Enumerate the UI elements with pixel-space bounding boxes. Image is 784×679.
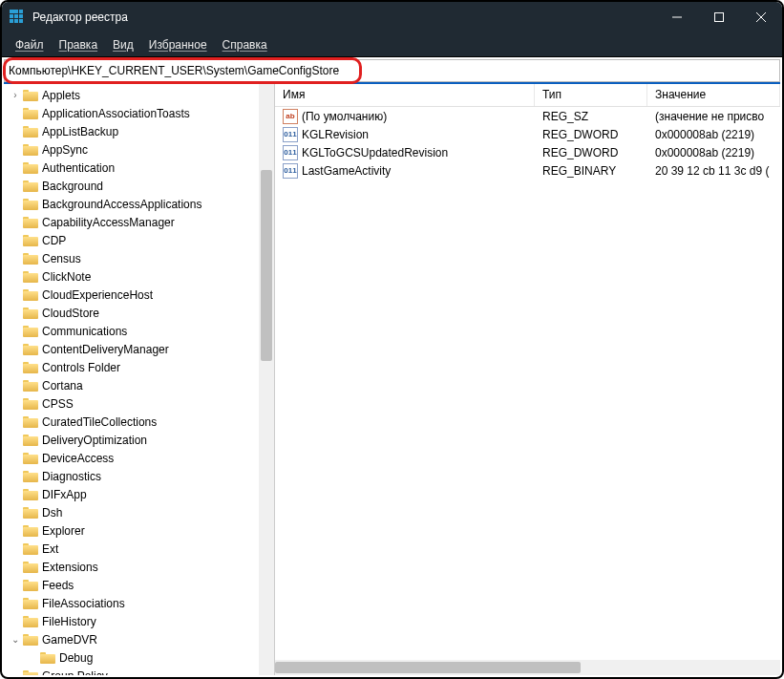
- svg-rect-1: [715, 13, 724, 22]
- menu-file[interactable]: Файл: [8, 34, 52, 55]
- tree-item-label: CloudExperienceHost: [42, 288, 153, 302]
- tree-item[interactable]: Background: [4, 177, 274, 195]
- tree-item[interactable]: Debug: [4, 648, 274, 667]
- folder-icon: [23, 488, 38, 500]
- tree-item-label: CapabilityAccessManager: [42, 216, 175, 229]
- tree-item[interactable]: Diagnostics: [4, 467, 274, 485]
- tree-item-label: DeviceAccess: [42, 452, 114, 465]
- chevron-icon[interactable]: ›: [10, 90, 21, 100]
- tree-item[interactable]: CuratedTileCollections: [4, 413, 274, 431]
- list-row[interactable]: 011LastGameActivityREG_BINARY20 39 12 cb…: [275, 161, 780, 180]
- list-row[interactable]: ab(По умолчанию)REG_SZ(значение не присв…: [275, 107, 780, 125]
- folder-icon: [23, 161, 38, 174]
- tree-item-label: Communications: [42, 325, 127, 338]
- tree-item[interactable]: Feeds: [4, 576, 274, 594]
- tree-item[interactable]: AppListBackup: [4, 122, 274, 140]
- folder-icon: [23, 107, 38, 119]
- tree-item[interactable]: ContentDeliveryManager: [4, 340, 274, 358]
- tree-item-label: Applets: [42, 89, 80, 102]
- menu-favorites[interactable]: Избранное: [141, 34, 215, 55]
- tree-item[interactable]: Authentication: [4, 159, 274, 177]
- menu-view[interactable]: Вид: [105, 34, 141, 55]
- minimize-button[interactable]: [656, 2, 698, 32]
- address-path: Компьютер\HKEY_CURRENT_USER\System\GameC…: [9, 64, 339, 77]
- maximize-button[interactable]: [698, 2, 740, 32]
- tree-item-label: Feeds: [42, 579, 74, 592]
- close-button[interactable]: [740, 2, 782, 32]
- tree-item[interactable]: Census: [4, 249, 274, 267]
- folder-icon: [23, 252, 38, 265]
- tree-item-label: ClickNote: [42, 270, 91, 284]
- folder-icon: [23, 307, 38, 319]
- tree-item-label: Authentication: [42, 161, 115, 175]
- menu-help[interactable]: Справка: [215, 34, 275, 55]
- value-data: 0x000008ab (2219): [647, 128, 780, 141]
- value-data: (значение не присво: [647, 110, 780, 123]
- list-headers: Имя Тип Значение: [275, 84, 780, 107]
- tree-item[interactable]: ClickNote: [4, 267, 274, 286]
- tree-item-label: FileAssociations: [42, 597, 125, 610]
- tree-item-label: BackgroundAccessApplications: [42, 198, 201, 211]
- tree-item[interactable]: FileAssociations: [4, 594, 274, 612]
- tree-item-label: DIFxApp: [42, 488, 87, 501]
- folder-icon: [23, 506, 38, 519]
- list-h-scrollbar[interactable]: [275, 660, 780, 675]
- menu-bar: Файл Правка Вид Избранное Справка: [2, 32, 782, 57]
- tree-item[interactable]: Explorer: [4, 521, 274, 540]
- folder-icon: [23, 180, 38, 192]
- scrollbar-thumb[interactable]: [275, 662, 581, 673]
- folder-icon: [23, 452, 38, 464]
- binary-value-icon: 011: [283, 127, 298, 142]
- tree-item[interactable]: Extensions: [4, 558, 274, 576]
- value-type: REG_DWORD: [535, 128, 647, 141]
- list-rows: ab(По умолчанию)REG_SZ(значение не присв…: [275, 107, 780, 660]
- tree-item[interactable]: Dsh: [4, 503, 274, 521]
- header-type[interactable]: Тип: [535, 84, 647, 106]
- address-bar[interactable]: Компьютер\HKEY_CURRENT_USER\System\GameC…: [4, 59, 780, 82]
- tree-item[interactable]: CDP: [4, 231, 274, 249]
- folder-icon: [23, 597, 38, 609]
- list-row[interactable]: 011KGLToGCSUpdatedRevisionREG_DWORD0x000…: [275, 143, 780, 161]
- chevron-icon[interactable]: ⌄: [10, 634, 21, 645]
- tree-panel: ›AppletsApplicationAssociationToastsAppL…: [4, 84, 275, 675]
- tree-item[interactable]: BackgroundAccessApplications: [4, 195, 274, 213]
- value-type: REG_SZ: [535, 110, 647, 123]
- list-row[interactable]: 011KGLRevisionREG_DWORD0x000008ab (2219): [275, 125, 780, 143]
- tree-item-label: AppSync: [42, 143, 88, 157]
- header-value[interactable]: Значение: [647, 84, 780, 106]
- header-name[interactable]: Имя: [275, 84, 535, 106]
- tree-item[interactable]: DIFxApp: [4, 485, 274, 503]
- tree-item[interactable]: ›Applets: [4, 86, 274, 104]
- tree-scrollbar[interactable]: [259, 84, 274, 675]
- tree-item[interactable]: DeliveryOptimization: [4, 431, 274, 449]
- tree-item-label: Explorer: [42, 524, 85, 538]
- folder-icon: [23, 615, 38, 627]
- tree-item-label: Background: [42, 180, 103, 193]
- tree-item[interactable]: ApplicationAssociationToasts: [4, 104, 274, 122]
- tree-item-label: FileHistory: [42, 615, 96, 628]
- tree-item[interactable]: Group Policy: [4, 667, 274, 675]
- tree-item[interactable]: CPSS: [4, 394, 274, 413]
- tree-item[interactable]: Ext: [4, 540, 274, 558]
- tree-item[interactable]: FileHistory: [4, 612, 274, 630]
- tree-item-label: ApplicationAssociationToasts: [42, 107, 190, 120]
- tree-item[interactable]: CloudStore: [4, 304, 274, 322]
- scrollbar-thumb[interactable]: [261, 170, 272, 361]
- value-name: LastGameActivity: [302, 164, 391, 178]
- tree-item[interactable]: AppSync: [4, 140, 274, 159]
- tree-item[interactable]: Communications: [4, 322, 274, 340]
- tree-item[interactable]: Cortana: [4, 376, 274, 394]
- folder-icon: [23, 361, 38, 373]
- value-type: REG_DWORD: [535, 146, 647, 159]
- folder-icon: [23, 143, 38, 156]
- menu-edit[interactable]: Правка: [52, 34, 106, 55]
- tree-item[interactable]: CloudExperienceHost: [4, 286, 274, 304]
- tree-item[interactable]: ⌄GameDVR: [4, 630, 274, 648]
- tree-list: ›AppletsApplicationAssociationToastsAppL…: [4, 84, 274, 675]
- tree-item-label: Group Policy: [42, 669, 108, 676]
- list-panel: Имя Тип Значение ab(По умолчанию)REG_SZ(…: [275, 84, 780, 675]
- tree-item[interactable]: Controls Folder: [4, 358, 274, 376]
- tree-item-label: Ext: [42, 542, 58, 556]
- tree-item[interactable]: DeviceAccess: [4, 449, 274, 467]
- tree-item[interactable]: CapabilityAccessManager: [4, 213, 274, 231]
